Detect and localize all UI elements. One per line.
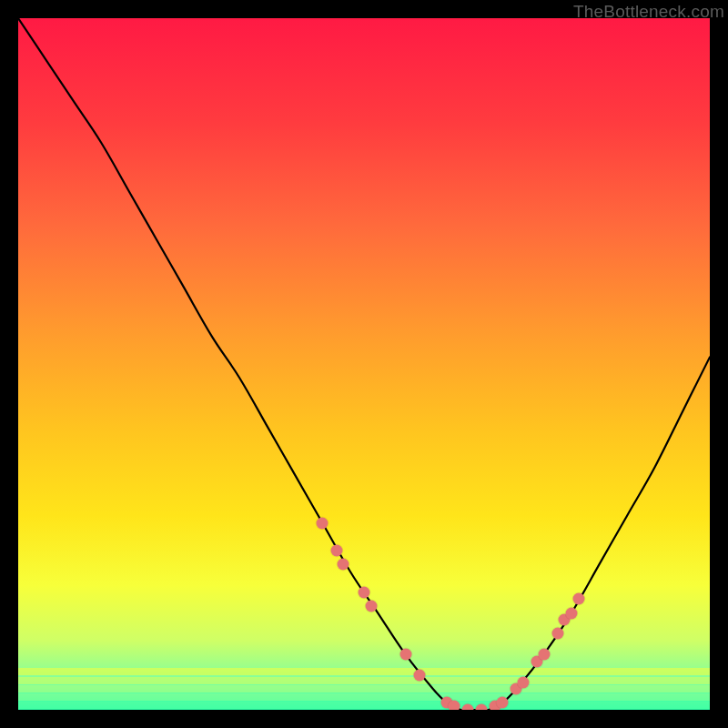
bottom-band	[18, 702, 710, 709]
plot-area	[18, 18, 710, 710]
data-point-marker	[317, 517, 329, 529]
data-point-marker	[497, 697, 509, 709]
bottom-band	[18, 685, 710, 693]
data-point-marker	[359, 586, 370, 598]
background-gradient	[18, 18, 710, 710]
watermark-text: TheBottleneck.com	[573, 2, 724, 22]
svg-rect-0	[18, 18, 710, 710]
data-point-marker	[462, 704, 474, 711]
data-point-marker	[365, 601, 377, 612]
data-point-marker	[399, 649, 411, 661]
data-point-marker	[566, 607, 578, 619]
bottom-band	[18, 677, 710, 684]
data-point-marker	[330, 545, 342, 557]
data-point-marker	[413, 670, 425, 682]
chart-stage: TheBottleneck.com	[0, 0, 728, 728]
data-point-marker	[517, 676, 529, 688]
data-point-marker	[538, 649, 550, 661]
bottom-band	[18, 668, 710, 675]
bottom-band	[18, 693, 710, 701]
data-point-marker	[476, 704, 488, 711]
data-point-marker	[448, 701, 460, 710]
data-point-marker	[551, 628, 563, 640]
data-point-marker	[572, 593, 584, 605]
data-point-marker	[338, 559, 349, 571]
